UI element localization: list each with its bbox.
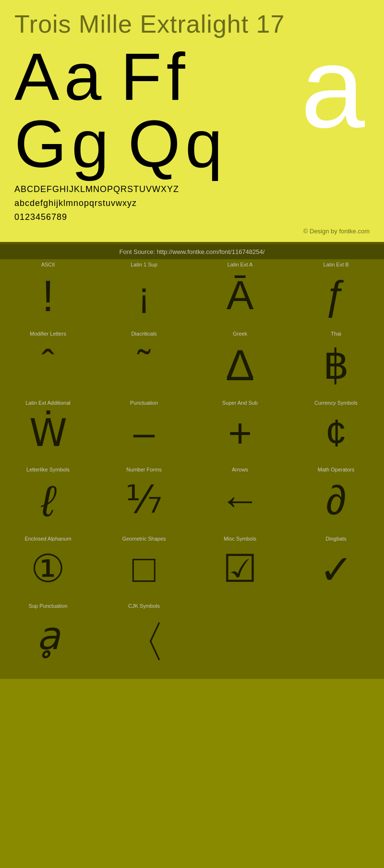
glyph-latinextadd-symbol: Ẇ <box>29 410 67 456</box>
glyph-superandsub-symbol: + <box>228 410 252 457</box>
glyph-modifier: Modifier Letters ˆ <box>0 328 96 398</box>
glyph-ascii-symbol: ! <box>42 272 54 321</box>
glyph-mathops-symbol: ∂ <box>326 477 346 524</box>
glyph-superandsub: Super And Sub + <box>192 398 288 464</box>
font-source: Font Source: http://www.fontke.com/font/… <box>0 244 384 259</box>
glyph-punctuation-symbol: – <box>133 410 155 456</box>
glyph-empty2 <box>288 601 384 679</box>
letter-a-white: a <box>301 38 365 136</box>
glyph-numberforms-label: Number Forms <box>126 467 161 474</box>
glyph-arrows-label: Arrows <box>232 467 248 474</box>
glyph-punctuation-label: Punctuation <box>130 400 158 408</box>
glyph-diacriticals-label: Diacriticals <box>131 331 156 338</box>
glyph-latinextadd-label: Latin Ext Additional <box>25 400 71 408</box>
glyph-dingbats: Dingbats ✓ <box>288 533 384 601</box>
glyph-ascii-label: ASCII <box>41 262 55 269</box>
glyph-cjk: CJK Symbols 〈 <box>96 601 192 679</box>
glyph-latinexta-symbol: Ā <box>227 272 254 319</box>
glyph-latin1sup: Latin 1 Sup ¡ <box>96 259 192 328</box>
glyph-currency-label: Currency Symbols <box>314 400 358 408</box>
glyph-currency-symbol: ¢ <box>325 410 347 456</box>
glyph-numberforms: Number Forms ⅐ <box>96 464 192 533</box>
glyph-letterlike-symbol: ℓ <box>41 477 55 526</box>
glyph-grid: ASCII ! Latin 1 Sup ¡ Latin Ext A Ā Lati… <box>0 259 384 679</box>
glyph-latinextadd: Latin Ext Additional Ẇ <box>0 398 96 464</box>
digits: 0123456789 <box>14 210 370 224</box>
dark-section: Font Source: http://www.fontke.com/font/… <box>0 242 384 679</box>
glyph-suppunct-symbol: ḁ <box>36 613 60 659</box>
glyph-latinextb-label: Latin Ext B <box>323 262 348 269</box>
letter-aa: Aa <box>14 43 106 110</box>
glyph-diacriticals: Diacriticals ˜ <box>96 328 192 398</box>
glyph-thai-symbol: ฿ <box>323 341 349 388</box>
glyph-arrows: Arrows ← <box>192 464 288 533</box>
glyph-greek: Greek Δ <box>192 328 288 398</box>
glyph-mathops: Math Operators ∂ <box>288 464 384 533</box>
glyph-greek-label: Greek <box>233 331 247 338</box>
glyph-punctuation: Punctuation – <box>96 398 192 464</box>
glyph-dingbats-label: Dingbats <box>325 536 346 543</box>
glyph-latin1sup-symbol: ¡ <box>138 272 150 317</box>
glyph-mathops-label: Math Operators <box>318 467 354 474</box>
glyph-thai-label: Thai <box>331 331 341 338</box>
glyph-thai: Thai ฿ <box>288 328 384 398</box>
glyph-enclosed: Enclosed Alphanum ① <box>0 533 96 601</box>
glyph-letterlike-label: Letterlike Symbols <box>26 467 70 474</box>
glyph-letterlike: Letterlike Symbols ℓ <box>0 464 96 533</box>
top-section: Trois Mille Extralight 17 Aa Ff Gg Qq a … <box>0 0 384 242</box>
credit-line: © Design by fontke.com <box>14 228 370 235</box>
glyph-enclosed-symbol: ① <box>31 546 65 591</box>
glyph-latinexta: Latin Ext A Ā <box>192 259 288 328</box>
glyph-ascii: ASCII ! <box>0 259 96 328</box>
glyph-misc-label: Misc Symbols <box>224 536 256 543</box>
glyph-currency: Currency Symbols ¢ <box>288 398 384 464</box>
letter-gg: Gg <box>14 110 114 178</box>
glyph-misc: Misc Symbols ☑ <box>192 533 288 601</box>
glyph-empty1 <box>192 601 288 679</box>
glyph-cjk-symbol: 〈 <box>122 613 166 672</box>
glyph-enclosed-label: Enclosed Alphanum <box>24 536 71 543</box>
glyph-cjk-label: CJK Symbols <box>128 603 160 611</box>
glyph-superandsub-label: Super And Sub <box>222 400 258 408</box>
alphabet-section: ABCDEFGHIJKLMNOPQRSTUVWXYZ abcdefghijklm… <box>14 182 370 224</box>
glyph-latinextb: Latin Ext B ƒ <box>288 259 384 328</box>
uppercase-alphabet: ABCDEFGHIJKLMNOPQRSTUVWXYZ <box>14 182 370 196</box>
glyph-geoshapes-symbol: □ <box>132 546 156 591</box>
glyph-diacriticals-symbol: ˜ <box>138 341 151 386</box>
glyph-arrows-symbol: ← <box>220 477 261 524</box>
letter-qq: Qq <box>128 110 228 178</box>
glyph-dingbats-symbol: ✓ <box>319 546 353 593</box>
glyph-geoshapes: Geometric Shapes □ <box>96 533 192 601</box>
glyph-greek-symbol: Δ <box>226 341 254 390</box>
lowercase-alphabet: abcdefghijklmnopqrstuvwxyz <box>14 196 370 210</box>
glyph-suppunct: Sup Punctuation ḁ <box>0 601 96 679</box>
glyph-latinextb-symbol: ƒ <box>324 272 347 319</box>
glyph-misc-symbol: ☑ <box>223 546 257 591</box>
glyph-latin1sup-label: Latin 1 Sup <box>131 262 157 269</box>
glyph-numberforms-symbol: ⅐ <box>125 477 163 522</box>
sample-letters: Aa Ff Gg Qq a <box>14 43 370 178</box>
glyph-geoshapes-label: Geometric Shapes <box>122 536 166 543</box>
glyph-latinexta-label: Latin Ext A <box>228 262 253 269</box>
letter-ff: Ff <box>120 43 190 110</box>
glyph-suppunct-label: Sup Punctuation <box>29 603 68 611</box>
glyph-modifier-label: Modifier Letters <box>30 331 66 338</box>
glyph-modifier-symbol: ˆ <box>42 341 55 386</box>
